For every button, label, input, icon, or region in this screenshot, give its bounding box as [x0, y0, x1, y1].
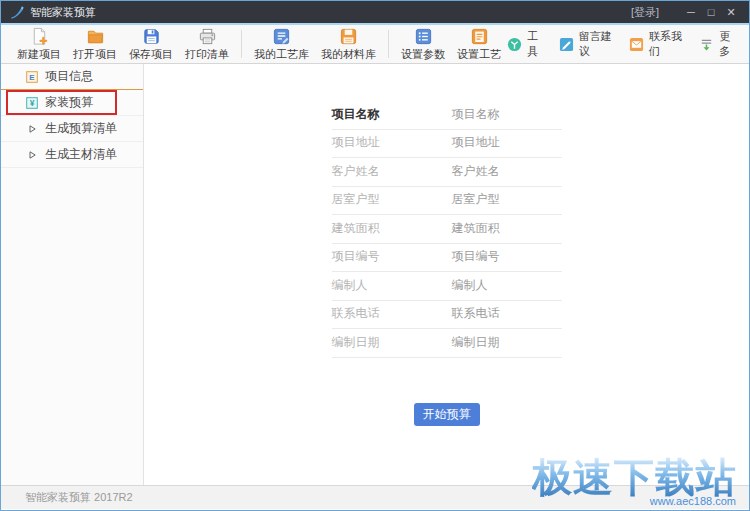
- set-params-icon: [414, 27, 433, 46]
- open-folder-icon: [86, 27, 105, 46]
- maximize-button[interactable]: □: [701, 1, 721, 23]
- form-row: 建筑面积建筑面积: [332, 215, 562, 244]
- contact-icon: [629, 37, 644, 52]
- brush-logo-icon: [9, 5, 24, 20]
- sidebar-item-generate-material-list[interactable]: 生成主材清单: [1, 142, 143, 168]
- form-row: 编制日期编制日期: [332, 329, 562, 358]
- minimize-button[interactable]: ─: [681, 1, 701, 23]
- form-row: 项目名称项目名称: [332, 101, 562, 130]
- sidebar-item-label: 生成预算清单: [45, 120, 117, 137]
- toolbar-button-open-project[interactable]: 打开项目: [67, 25, 123, 63]
- toolbar-button-set-process[interactable]: 设置工艺: [451, 25, 507, 63]
- field-input[interactable]: 客户姓名: [452, 163, 500, 180]
- toolbar-button-save-project[interactable]: 保存项目: [123, 25, 179, 63]
- tools-icon: [507, 37, 522, 52]
- field-label: 客户姓名: [332, 163, 380, 180]
- toolbar-button-label: 我的工艺库: [254, 47, 309, 62]
- sidebar-item-label: 生成主材清单: [45, 146, 117, 163]
- project-info-icon: E: [26, 71, 38, 83]
- toolbar-button-my-process-library[interactable]: 我的工艺库: [248, 25, 315, 63]
- field-label: 编制人: [332, 277, 368, 294]
- form-row: 编制人编制人: [332, 272, 562, 301]
- toolbar-right-group: 工具留言建议联系我们更多: [507, 29, 739, 59]
- field-label: 项目地址: [332, 134, 380, 151]
- form-row: 项目地址项目地址: [332, 130, 562, 159]
- toolbar-button-label: 工具: [527, 29, 543, 59]
- budget-icon: ¥: [26, 97, 38, 109]
- sidebar-item-label: 家装预算: [45, 94, 93, 111]
- triangle-icon: [26, 123, 38, 135]
- toolbar-button-tools[interactable]: 工具: [507, 29, 543, 59]
- toolbar-left-group: 新建项目打开项目保存项目打印清单我的工艺库我的材料库设置参数设置工艺: [11, 25, 507, 63]
- svg-text:¥: ¥: [30, 98, 35, 108]
- triangle-icon: [26, 149, 38, 161]
- toolbar: 新建项目打开项目保存项目打印清单我的工艺库我的材料库设置参数设置工艺 工具留言建…: [1, 25, 749, 64]
- field-label: 项目名称: [332, 106, 380, 123]
- form-row: 居室户型居室户型: [332, 187, 562, 216]
- status-bar: 智能家装预算 2017R2: [1, 485, 749, 509]
- sidebar: E项目信息¥家装预算生成预算清单生成主材清单: [1, 64, 144, 485]
- project-info-form: 项目名称项目名称项目地址项目地址客户姓名客户姓名居室户型居室户型建筑面积建筑面积…: [332, 101, 562, 358]
- toolbar-button-new-project[interactable]: 新建项目: [11, 25, 67, 63]
- form-row: 项目编号项目编号: [332, 244, 562, 273]
- toolbar-button-label: 新建项目: [17, 47, 61, 62]
- field-input[interactable]: 项目编号: [452, 248, 500, 265]
- window-title: 智能家装预算: [30, 5, 96, 20]
- toolbar-button-print-list[interactable]: 打印清单: [179, 25, 235, 63]
- app-window: 智能家装预算 [登录] ─ □ ✕ 新建项目打开项目保存项目打印清单我的工艺库我…: [0, 0, 750, 511]
- field-label: 项目编号: [332, 248, 380, 265]
- process-library-icon: [272, 27, 291, 46]
- title-bar: 智能家装预算 [登录] ─ □ ✕: [1, 1, 749, 25]
- sidebar-item-project-info[interactable]: E项目信息: [1, 64, 143, 90]
- field-input[interactable]: 项目地址: [452, 134, 500, 151]
- toolbar-button-contact-us[interactable]: 联系我们: [629, 29, 683, 59]
- status-text: 智能家装预算 2017R2: [25, 490, 133, 505]
- toolbar-button-label: 设置参数: [401, 47, 445, 62]
- material-library-icon: [339, 27, 358, 46]
- svg-text:E: E: [29, 73, 35, 82]
- form-row: 客户姓名客户姓名: [332, 158, 562, 187]
- toolbar-button-label: 保存项目: [129, 47, 173, 62]
- form-row: 联系电话联系电话: [332, 301, 562, 330]
- save-icon: [142, 27, 161, 46]
- field-input[interactable]: 联系电话: [452, 305, 500, 322]
- feedback-icon: [559, 37, 574, 52]
- field-input[interactable]: 编制日期: [452, 334, 500, 351]
- field-input[interactable]: 项目名称: [452, 106, 500, 123]
- close-button[interactable]: ✕: [721, 1, 741, 23]
- more-icon: [699, 37, 714, 52]
- toolbar-button-label: 我的材料库: [321, 47, 376, 62]
- toolbar-separator: [388, 30, 389, 58]
- field-input[interactable]: 居室户型: [452, 191, 500, 208]
- field-input[interactable]: 编制人: [452, 277, 488, 294]
- set-process-icon: [470, 27, 489, 46]
- toolbar-button-set-params[interactable]: 设置参数: [395, 25, 451, 63]
- login-link[interactable]: [登录]: [631, 5, 659, 20]
- new-project-icon: [30, 27, 49, 46]
- toolbar-button-feedback[interactable]: 留言建议: [559, 29, 613, 59]
- printer-icon: [198, 27, 217, 46]
- app-body: E项目信息¥家装预算生成预算清单生成主材清单 项目名称项目名称项目地址项目地址客…: [1, 64, 749, 485]
- toolbar-button-label: 联系我们: [649, 29, 683, 59]
- toolbar-button-label: 更多: [719, 29, 735, 59]
- toolbar-button-label: 留言建议: [579, 29, 613, 59]
- field-label: 联系电话: [332, 305, 380, 322]
- toolbar-button-more[interactable]: 更多: [699, 29, 735, 59]
- field-input[interactable]: 建筑面积: [452, 220, 500, 237]
- field-label: 居室户型: [332, 191, 380, 208]
- toolbar-button-label: 打开项目: [73, 47, 117, 62]
- toolbar-button-label: 设置工艺: [457, 47, 501, 62]
- sidebar-item-generate-budget-list[interactable]: 生成预算清单: [1, 116, 143, 142]
- toolbar-button-label: 打印清单: [185, 47, 229, 62]
- sidebar-item-label: 项目信息: [45, 68, 93, 85]
- field-label: 编制日期: [332, 334, 380, 351]
- main-panel: 项目名称项目名称项目地址项目地址客户姓名客户姓名居室户型居室户型建筑面积建筑面积…: [144, 64, 749, 485]
- start-budget-button[interactable]: 开始预算: [414, 403, 480, 426]
- field-label: 建筑面积: [332, 220, 380, 237]
- toolbar-button-my-material-library[interactable]: 我的材料库: [315, 25, 382, 63]
- sidebar-item-budget[interactable]: ¥家装预算: [1, 90, 143, 116]
- toolbar-separator: [241, 30, 242, 58]
